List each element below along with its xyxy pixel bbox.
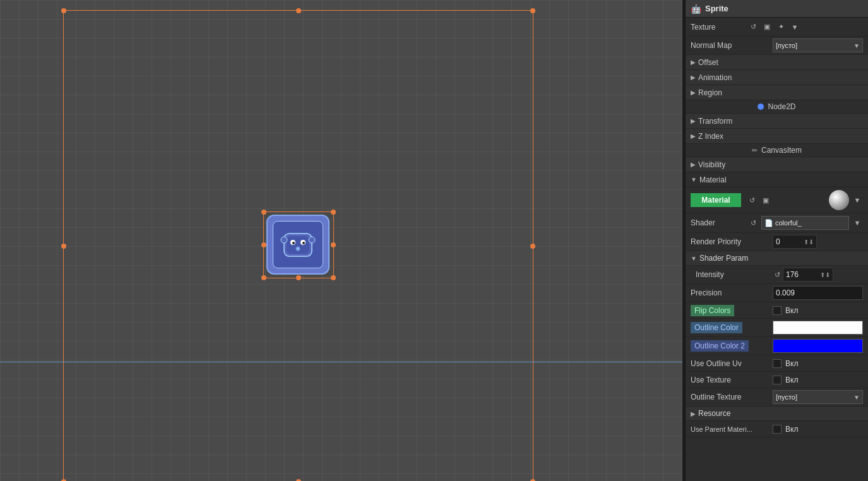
node2d-header: Node2D xyxy=(686,100,868,114)
sprite-node[interactable] xyxy=(266,215,330,275)
texture-dropdown-btn[interactable]: ▼ xyxy=(789,21,800,33)
region-section[interactable]: ▶ Region xyxy=(686,85,868,100)
svg-point-5 xyxy=(302,242,305,244)
inner-handle-bl[interactable] xyxy=(261,275,266,280)
normal-map-value: [пусто] ▼ xyxy=(773,39,863,52)
outline-color2-label: Outline Color 2 xyxy=(691,340,749,352)
normal-map-label: Normal Map xyxy=(691,41,773,50)
shader-row: Shader ↺ 📄 colorful_ ▼ xyxy=(686,213,868,233)
sprite-inner xyxy=(273,221,323,268)
inner-handle-tl[interactable] xyxy=(261,210,266,215)
use-outline-uv-label: Use Outline Uv xyxy=(691,359,773,368)
flip-colors-checkbox[interactable] xyxy=(773,306,782,315)
visibility-section[interactable]: ▶ Visibility xyxy=(686,157,868,172)
precision-label: Precision xyxy=(691,288,773,297)
material-more-btn[interactable]: ▼ xyxy=(852,194,863,206)
shader-label: Shader xyxy=(691,218,747,227)
handle-tl[interactable] xyxy=(61,8,66,13)
inner-handle-br[interactable] xyxy=(331,275,336,280)
texture-row: Texture ↺ ▣ ✦ ▼ xyxy=(686,18,868,37)
spin-arrows: ⬆⬇ xyxy=(804,239,814,246)
outline-texture-dropdown[interactable]: [пусто] ▼ xyxy=(773,390,863,404)
outline-color-value xyxy=(773,321,863,335)
use-parent-material-checkbox[interactable] xyxy=(773,425,782,434)
handle-tm[interactable] xyxy=(296,8,301,13)
inner-handle-ml[interactable] xyxy=(261,242,266,247)
use-outline-uv-toggle-text: Вкл xyxy=(785,359,798,368)
outline-texture-row: Outline Texture [пусто] ▼ xyxy=(686,388,868,407)
animation-arrow: ▶ xyxy=(691,74,696,81)
material-badge[interactable]: Material xyxy=(691,193,741,207)
outline-texture-label: Outline Texture xyxy=(691,393,773,401)
shader-value-group: ↺ 📄 colorful_ ▼ xyxy=(747,216,863,230)
resource-arrow: ▶ xyxy=(691,410,696,417)
handle-ml[interactable] xyxy=(61,244,66,249)
precision-input[interactable] xyxy=(773,286,863,300)
texture-settings-btn[interactable]: ✦ xyxy=(775,21,787,33)
shader-dropdown-btn[interactable]: ▼ xyxy=(852,217,863,229)
outline-color2-row: Outline Color 2 xyxy=(686,337,868,355)
zindex-label: Z Index xyxy=(698,132,723,141)
canvasitem-header: ✏ CanvasItem xyxy=(686,144,868,157)
visibility-label: Visibility xyxy=(698,160,725,169)
material-edit-btn[interactable]: ▣ xyxy=(760,194,771,206)
material-section-header[interactable]: ▼ Material xyxy=(686,172,868,187)
transform-section[interactable]: ▶ Transform xyxy=(686,114,868,129)
texture-reset-btn[interactable]: ↺ xyxy=(747,21,759,33)
panel-header: 🤖 Sprite xyxy=(686,0,868,18)
intensity-reset-btn[interactable]: ↺ xyxy=(771,269,783,280)
node2d-dot xyxy=(758,104,764,110)
material-sphere-preview xyxy=(829,190,849,210)
flip-colors-label-container: Flip Colors xyxy=(691,305,773,316)
material-reset-btn[interactable]: ↺ xyxy=(746,194,758,206)
flip-colors-row: Flip Colors Вкл xyxy=(686,302,868,319)
resource-section[interactable]: ▶ Resource xyxy=(686,407,868,421)
handle-mr[interactable] xyxy=(530,244,535,249)
inner-handle-tr[interactable] xyxy=(331,210,336,215)
outline-texture-arrow: ▼ xyxy=(853,394,860,401)
normal-map-dropdown[interactable]: [пусто] ▼ xyxy=(773,39,863,52)
svg-point-10 xyxy=(309,237,315,243)
render-priority-input[interactable]: 0 ⬆⬇ xyxy=(773,235,817,249)
intensity-label: Intensity xyxy=(696,270,771,279)
zindex-section[interactable]: ▶ Z Index xyxy=(686,129,868,144)
shader-file-icon: 📄 xyxy=(764,219,773,227)
material-badge-row: Material ↺ ▣ ▼ xyxy=(686,187,868,213)
animation-section[interactable]: ▶ Animation xyxy=(686,70,868,85)
shader-reset-btn[interactable]: ↺ xyxy=(747,217,759,229)
offset-section[interactable]: ▶ Offset xyxy=(686,55,868,70)
flip-colors-label: Flip Colors xyxy=(691,305,734,316)
canvas-viewport[interactable] xyxy=(0,0,682,481)
use-parent-material-label: Use Parent Materi... xyxy=(691,425,773,433)
use-parent-material-toggle-text: Вкл xyxy=(785,425,798,434)
use-outline-uv-checkbox[interactable] xyxy=(773,359,782,368)
outline-color2-value xyxy=(773,339,863,353)
svg-point-4 xyxy=(292,242,295,244)
region-arrow: ▶ xyxy=(691,89,696,96)
material-icon-group: ↺ ▣ xyxy=(746,194,771,206)
intensity-spin-arrows: ⬆⬇ xyxy=(820,271,830,278)
node2d-label: Node2D xyxy=(768,102,795,111)
inner-handle-bm[interactable] xyxy=(296,275,301,280)
use-texture-checkbox[interactable] xyxy=(773,376,782,384)
texture-edit-btn[interactable]: ▣ xyxy=(761,21,773,33)
resource-label: Resource xyxy=(698,409,730,418)
horizontal-guide xyxy=(0,362,682,362)
render-priority-row: Render Priority 0 ⬆⬇ xyxy=(686,233,868,251)
outline-texture-value: [пусто] ▼ xyxy=(773,390,863,404)
svg-rect-1 xyxy=(287,236,309,254)
handle-tr[interactable] xyxy=(530,8,535,13)
outline-color-swatch[interactable] xyxy=(773,321,863,335)
intensity-input[interactable]: 176 ⬆⬇ xyxy=(783,268,833,282)
use-parent-material-row: Use Parent Materi... Вкл xyxy=(686,421,868,437)
animation-label: Animation xyxy=(698,73,732,82)
texture-controls: ↺ ▣ ✦ ▼ xyxy=(747,21,863,33)
outline-color2-swatch[interactable] xyxy=(773,339,863,353)
shader-param-header[interactable]: ▼ Shader Param xyxy=(686,251,868,266)
use-outline-uv-toggle-group: Вкл xyxy=(773,359,798,368)
render-priority-label: Render Priority xyxy=(691,237,773,246)
inner-handle-mr[interactable] xyxy=(331,242,336,247)
region-label: Region xyxy=(698,88,722,97)
use-texture-row: Use Texture Вкл xyxy=(686,372,868,388)
shader-name-display: 📄 colorful_ xyxy=(761,216,849,230)
